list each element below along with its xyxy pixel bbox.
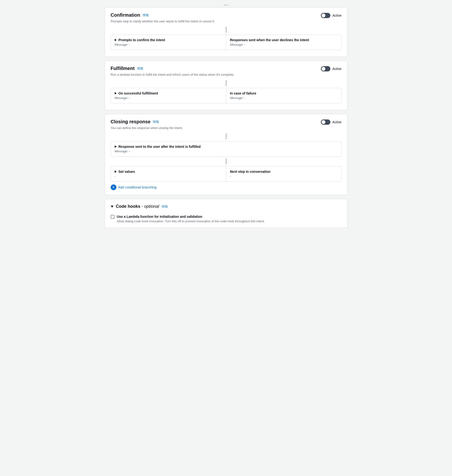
confirmation-left-panel: Prompts to confirm the intent Message: -	[111, 35, 226, 50]
fulfillment-title: Fulfillment	[111, 66, 135, 71]
confirmation-panels: Prompts to confirm the intent Message: -…	[111, 34, 342, 50]
fulfillment-section: Fulfillment 情報 Active Run a lambda funct…	[105, 61, 347, 110]
lambda-checkbox-label: Use a Lambda function for initialization…	[117, 215, 265, 218]
closing-response-toggle-wrapper: Active	[321, 119, 341, 125]
code-hooks-section: Code hooks - optional 情報 Use a Lambda fu…	[105, 199, 347, 228]
confirmation-connector	[111, 27, 342, 33]
confirmation-left-expand-icon[interactable]	[115, 39, 117, 41]
confirmation-toggle-label: Active	[332, 13, 341, 17]
fulfillment-toggle-label: Active	[332, 67, 341, 71]
confirmation-section: Confirmation 情報 Active Prompts help to c…	[105, 7, 347, 57]
confirmation-right-value: -	[244, 43, 245, 46]
closing-response-set-values-title: Set values	[119, 170, 135, 173]
fulfillment-right-panel: In case of failure Message: -	[226, 88, 341, 103]
closing-response-next-step-title-row: Next step in conversation	[230, 170, 338, 173]
fulfillment-toggle[interactable]	[321, 66, 330, 71]
confirmation-right-title: Responses sent when the user declines th…	[230, 38, 309, 42]
code-hooks-header: Code hooks - optional 情報	[111, 204, 342, 209]
closing-response-set-values-expand-icon[interactable]	[115, 170, 117, 173]
closing-response-header: Closing response 情報 Active	[111, 119, 342, 125]
lambda-checkbox-row: Use a Lambda function for initialization…	[111, 215, 342, 223]
fulfillment-left-panel: On successful fulfillment Message: -	[111, 88, 226, 103]
confirmation-left-title: Prompts to confirm the intent	[119, 38, 165, 42]
closing-response-top-title-row: Response sent to the user after the inte…	[115, 145, 338, 149]
closing-response-next-step-value: -	[230, 174, 338, 178]
code-hooks-chevron-icon[interactable]	[111, 206, 113, 208]
drag-handle	[105, 4, 347, 6]
fulfillment-header: Fulfillment 情報 Active	[111, 66, 342, 71]
confirmation-left-title-row: Prompts to confirm the intent	[115, 38, 222, 42]
closing-response-title-group: Closing response 情報	[111, 119, 159, 125]
confirmation-header: Confirmation 情報 Active	[111, 12, 342, 18]
confirmation-description: Prompts help to clarify whether the user…	[111, 20, 342, 23]
closing-response-set-values-panel: Set values -	[111, 166, 226, 181]
fulfillment-left-value: -	[129, 96, 130, 100]
fulfillment-left-title-row: On successful fulfillment	[115, 91, 222, 95]
fulfillment-left-subtitle: Message: -	[115, 96, 222, 100]
confirmation-panel-row: Prompts to confirm the intent Message: -…	[111, 35, 341, 50]
closing-response-next-step-title: Next step in conversation	[230, 170, 270, 173]
fulfillment-right-subtitle: Message: -	[230, 96, 338, 100]
closing-response-mid-connector	[111, 159, 342, 164]
confirmation-left-subtitle: Message: -	[115, 43, 222, 46]
add-conditional-branching-button[interactable]: + Add conditional branching	[111, 185, 342, 190]
confirmation-right-title-row: Responses sent when the user declines th…	[230, 38, 338, 42]
fulfillment-connector	[111, 80, 342, 86]
closing-response-section: Closing response 情報 Active You can defin…	[105, 114, 347, 195]
fulfillment-left-title: On successful fulfillment	[119, 91, 158, 95]
fulfillment-right-value: -	[244, 96, 245, 100]
code-hooks-title: Code hooks - optional	[116, 204, 159, 209]
confirmation-title: Confirmation	[111, 12, 140, 18]
closing-response-title: Closing response	[111, 119, 151, 125]
closing-response-top-panel-content: Response sent to the user after the inte…	[111, 141, 341, 156]
closing-response-top-expand-icon[interactable]	[115, 145, 117, 148]
lambda-checkbox[interactable]	[111, 215, 114, 219]
code-hooks-title-text: Code hooks	[116, 204, 140, 209]
fulfillment-left-expand-icon[interactable]	[115, 92, 117, 94]
confirmation-toggle[interactable]	[321, 13, 330, 18]
closing-response-top-subtitle: Message: -	[115, 149, 338, 153]
closing-response-set-values-value: -	[115, 174, 222, 178]
confirmation-left-value: -	[129, 43, 130, 46]
confirmation-right-subtitle: Message: -	[230, 43, 338, 46]
fulfillment-panels: On successful fulfillment Message: - In …	[111, 88, 342, 103]
fulfillment-toggle-wrapper: Active	[321, 66, 341, 71]
fulfillment-right-title: In case of failure	[230, 91, 256, 95]
code-hooks-optional-text: - optional	[142, 204, 159, 209]
closing-response-toggle-label: Active	[332, 120, 341, 124]
closing-response-bottom-row: Set values - Next step in conversation -	[111, 166, 341, 181]
confirmation-info-link[interactable]: 情報	[143, 13, 149, 17]
closing-response-toggle[interactable]	[321, 119, 330, 125]
confirmation-toggle-wrapper: Active	[321, 13, 341, 18]
lambda-checkbox-content: Use a Lambda function for initialization…	[117, 215, 265, 223]
fulfillment-right-title-row: In case of failure	[230, 91, 338, 95]
add-branching-plus-icon: +	[111, 185, 116, 190]
closing-response-set-values-title-row: Set values	[115, 170, 222, 173]
closing-response-info-link[interactable]: 情報	[153, 120, 159, 124]
fulfillment-description: Run a lambda function to fulfill the int…	[111, 73, 342, 76]
closing-response-top-panel: Response sent to the user after the inte…	[111, 141, 342, 157]
closing-response-top-title: Response sent to the user after the inte…	[119, 145, 201, 149]
fulfillment-panel-row: On successful fulfillment Message: - In …	[111, 88, 341, 103]
fulfillment-info-link[interactable]: 情報	[137, 66, 143, 71]
add-branching-label: Add conditional branching	[118, 185, 157, 189]
closing-response-description: You can define the response when closing…	[111, 126, 342, 130]
confirmation-title-group: Confirmation 情報	[111, 12, 149, 18]
code-hooks-info-link[interactable]: 情報	[162, 205, 168, 209]
closing-response-top-value: -	[129, 149, 130, 153]
closing-response-next-step-panel: Next step in conversation -	[226, 166, 341, 181]
confirmation-right-panel: Responses sent when the user declines th…	[226, 35, 341, 50]
closing-response-bottom-panel: Set values - Next step in conversation -	[111, 166, 342, 182]
fulfillment-title-group: Fulfillment 情報	[111, 66, 143, 71]
lambda-checkbox-description: Allow dialog code hook invocation. Turn …	[117, 219, 265, 223]
closing-response-top-connector	[111, 133, 342, 139]
